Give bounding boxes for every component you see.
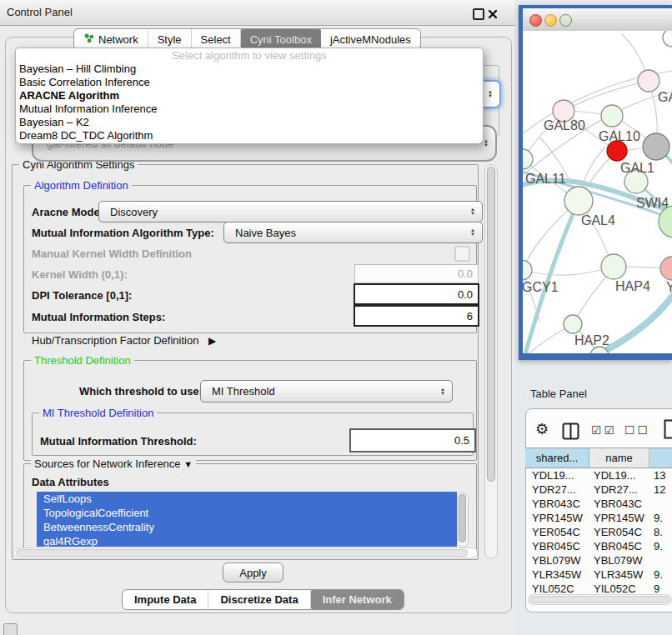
node-swi4[interactable] bbox=[659, 206, 672, 238]
bottom-corner-widget[interactable] bbox=[3, 623, 18, 635]
node[interactable] bbox=[638, 70, 659, 92]
combo-stepper-icon: ▲▼ bbox=[440, 388, 445, 396]
table-hscrollbar[interactable] bbox=[528, 594, 672, 605]
which-threshold-label: Which threshold to use: bbox=[79, 385, 203, 398]
node-label: SWI4 bbox=[636, 196, 669, 210]
control-panel-titlebar bbox=[0, 0, 515, 26]
tab-jactivemnodules[interactable]: jActiveMNodules bbox=[321, 29, 420, 49]
combo-stepper-icon: ▲▼ bbox=[470, 228, 475, 237]
tab-style[interactable]: Style bbox=[148, 29, 192, 49]
close-icon[interactable] bbox=[488, 8, 498, 22]
mi-threshold-label: Mutual Information Threshold: bbox=[40, 435, 197, 448]
tab-impute-data[interactable]: Impute Data bbox=[123, 590, 208, 609]
zoom-traffic-light-icon[interactable] bbox=[559, 14, 572, 27]
mi-steps-input[interactable]: 6 bbox=[354, 305, 479, 327]
network-canvas[interactable]: GAL GAL80 GAL10 GAL1 GAL11 SWI4 GAL4 GCY… bbox=[523, 31, 672, 353]
data-attributes-list: SelfLoops TopologicalCoefficient Between… bbox=[37, 492, 457, 547]
node-label: GAL bbox=[658, 90, 672, 104]
mi-type-label: Mutual Information Algorithm Type: bbox=[32, 227, 214, 239]
attribute-list-vscrollbar[interactable] bbox=[457, 492, 469, 548]
which-threshold-combobox[interactable]: MI Threshold ▲▼ bbox=[200, 380, 453, 402]
node-hap4[interactable] bbox=[601, 254, 626, 279]
apply-button[interactable]: Apply bbox=[223, 562, 283, 582]
node-label: GAL80 bbox=[544, 118, 585, 132]
node-salmon[interactable] bbox=[660, 257, 672, 280]
tab-cyni-toolbox[interactable]: Cyni Toolbox bbox=[241, 29, 321, 49]
algorithm-option[interactable]: Dream8 DC_TDC Algorithm bbox=[16, 129, 483, 142]
network-node-labels: GAL GAL80 GAL10 GAL1 GAL11 SWI4 GAL4 GCY… bbox=[523, 90, 672, 348]
combo-stepper-icon: ▲▼ bbox=[488, 90, 493, 98]
settings-vscrollbar[interactable] bbox=[484, 164, 498, 559]
minimize-traffic-light-icon[interactable] bbox=[544, 14, 557, 27]
mi-steps-label: Mutual Information Steps: bbox=[32, 311, 165, 323]
algorithm-option[interactable]: Bayesian – K2 bbox=[16, 116, 483, 129]
node-label: GAL10 bbox=[599, 129, 640, 143]
control-panel-title: Control Panel bbox=[7, 0, 73, 25]
tab-discretize-data[interactable]: Discretize Data bbox=[208, 590, 310, 609]
algorithm-option-selected[interactable]: ARACNE Algorithm bbox=[16, 89, 483, 102]
float-window-icon[interactable] bbox=[473, 8, 484, 20]
settings-hscrollbar-thumb[interactable] bbox=[16, 549, 468, 557]
node-hap2[interactable] bbox=[564, 315, 582, 333]
mi-threshold-title: MI Threshold Definition bbox=[39, 407, 157, 419]
algorithm-definition-title: Algorithm Definition bbox=[31, 179, 132, 192]
node-label: GAL4 bbox=[581, 213, 615, 228]
threshold-definition-title: Threshold Definition bbox=[31, 354, 134, 367]
combo-stepper-icon: ▲▼ bbox=[470, 208, 475, 216]
node-label: GAL11 bbox=[525, 172, 566, 186]
algorithm-dropdown-popup: Select algorithm to view settings Bayesi… bbox=[15, 48, 484, 144]
node-gcy1[interactable] bbox=[523, 260, 532, 280]
attribute-list-vscrollbar-thumb[interactable] bbox=[459, 494, 466, 542]
expander-right-arrow-icon: ▶ bbox=[208, 335, 216, 347]
table-body: YDL19... YDL19... 13 YDR27... YDR27... 1… bbox=[525, 468, 672, 592]
node[interactable] bbox=[663, 31, 672, 47]
attribute-item-selected[interactable]: SelfLoops bbox=[37, 492, 457, 506]
node-label: GAL1 bbox=[620, 161, 654, 175]
node-gal1-red[interactable] bbox=[607, 141, 627, 161]
tab-network[interactable]: Network bbox=[74, 29, 148, 49]
node-gal4[interactable] bbox=[564, 187, 593, 215]
split-columns-icon[interactable] bbox=[562, 422, 579, 443]
expander-down-arrow-icon: ▼ bbox=[183, 459, 193, 469]
settings-vscrollbar-thumb[interactable] bbox=[487, 167, 495, 482]
column-header-name[interactable]: name bbox=[589, 448, 649, 468]
table-panel-title: Table Panel bbox=[530, 388, 587, 400]
node-label: HAP2 bbox=[574, 333, 609, 348]
algorithm-option[interactable]: Basic Correlation Inference bbox=[16, 76, 483, 89]
attribute-item-selected[interactable]: BetweennessCentrality bbox=[37, 520, 457, 534]
unchecked-columns-icon[interactable]: ☐☐ bbox=[624, 423, 650, 437]
column-header-shared-name[interactable]: shared... bbox=[525, 448, 589, 468]
attribute-item-selected[interactable]: gal4RGexp bbox=[37, 534, 457, 547]
node-gal10[interactable] bbox=[601, 105, 623, 127]
dpi-tolerance-input[interactable]: 0.0 bbox=[354, 283, 479, 305]
table-hscrollbar-thumb[interactable] bbox=[529, 596, 670, 603]
algorithm-option[interactable]: Bayesian – Hill Climbing bbox=[16, 62, 483, 76]
network-graph: GAL GAL80 GAL10 GAL1 GAL11 SWI4 GAL4 GCY… bbox=[523, 31, 672, 353]
gear-icon[interactable]: ⚙ bbox=[535, 420, 549, 438]
mi-threshold-input[interactable]: 0.5 bbox=[349, 428, 476, 452]
data-attributes-label: Data Attributes bbox=[32, 476, 109, 488]
node-label: HAP4 bbox=[615, 279, 650, 293]
tab-select[interactable]: Select bbox=[192, 29, 241, 49]
tab-network-label: Network bbox=[98, 33, 138, 46]
attribute-item-selected[interactable]: TopologicalCoefficient bbox=[37, 506, 457, 520]
node-gray[interactable] bbox=[643, 133, 669, 160]
settings-hscrollbar[interactable] bbox=[13, 548, 478, 558]
sources-title[interactable]: Sources for Network Inference ▼ bbox=[31, 458, 196, 470]
checked-columns-icon[interactable]: ☑☑ bbox=[591, 423, 617, 437]
close-traffic-light-icon[interactable] bbox=[529, 14, 542, 27]
popup-prompt: Select algorithm to view settings bbox=[16, 49, 483, 62]
tab-infer-network[interactable]: Infer Network bbox=[311, 590, 404, 609]
aracne-mode-combobox[interactable]: Discovery ▲▼ bbox=[98, 201, 483, 222]
combo-stepper-icon: ▲▼ bbox=[484, 139, 489, 148]
document-icon[interactable] bbox=[664, 419, 672, 442]
kernel-width-input[interactable]: 0.0 bbox=[354, 264, 479, 283]
manual-kernel-checkbox[interactable] bbox=[454, 246, 470, 262]
hub-definition-expander[interactable]: Hub/Transcription Factor Definition ▶ bbox=[32, 334, 216, 347]
mi-type-combobox[interactable]: Naive Bayes ▲▼ bbox=[223, 222, 483, 243]
dpi-tolerance-label: DPI Tolerance [0,1]: bbox=[32, 289, 132, 302]
node-label: Y bbox=[666, 280, 672, 294]
column-header-clipped[interactable] bbox=[649, 448, 672, 468]
aracne-mode-label: Aracne Mode: bbox=[32, 206, 103, 218]
algorithm-option[interactable]: Mutual Information Inference bbox=[16, 102, 483, 116]
